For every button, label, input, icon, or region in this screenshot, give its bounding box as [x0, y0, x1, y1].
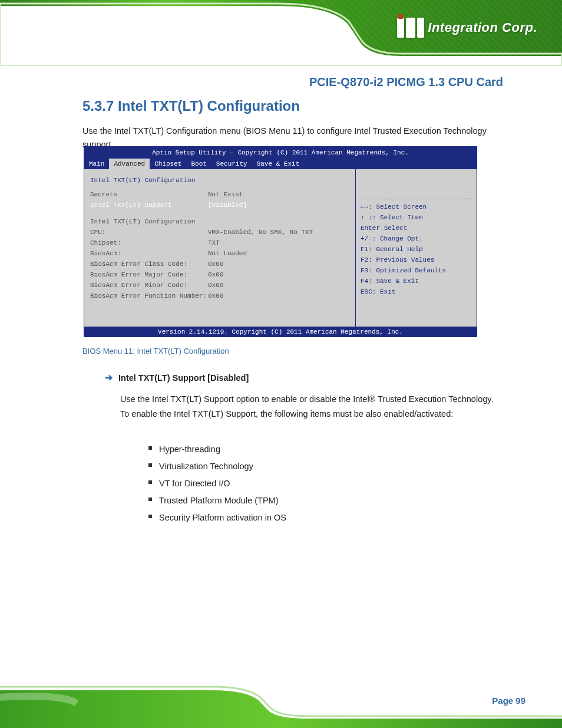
bios-row: BiosAcm:Not Loaded [90, 248, 349, 259]
key-hint: F1: General Help [361, 244, 472, 255]
list-item: VT for Directed I/O [159, 475, 286, 492]
bottom-banner [0, 667, 562, 728]
bios-row: BiosAcm Error Minor Code:0x00 [90, 280, 349, 291]
bios-footer: Version 2.14.1219. Copyright (C) 2011 Am… [84, 327, 477, 337]
list-item: Security Platform activation in OS [159, 509, 286, 526]
bullet-icon [148, 515, 152, 518]
requirements-list: Hyper-threading Virtualization Technolog… [159, 441, 286, 526]
list-item: Hyper-threading [159, 441, 286, 458]
tab-chipset[interactable]: Chipset [150, 159, 186, 169]
bullet-icon [148, 498, 152, 501]
doc-title: PCIE-Q870-i2 PICMG 1.3 CPU Card [309, 75, 503, 89]
bios-box: Aptio Setup Utility – Copyright (C) 2011… [84, 146, 477, 337]
logo-text: Integration Corp. [428, 20, 537, 35]
bios-left-panel: Intel TXT(LT) Configuration SecretsNot E… [84, 169, 355, 327]
bios-caption: BIOS Menu 11: Intel TXT(LT) Configuratio… [82, 347, 229, 355]
bios-row: CPU:VMX-Enabled, No SMX, No TXT [90, 227, 349, 238]
bios-row-selected: Intel TXT(LT) Support[Disabled] [90, 200, 349, 210]
key-hint: F3: Optimized Defaults [361, 265, 472, 276]
section-number: 5.3.7 [82, 98, 114, 114]
bullet-icon [148, 480, 152, 484]
bios-row: BiosAcm Error Function Number:0x00 [90, 291, 349, 301]
bios-row: SecretsNot Exist [90, 189, 349, 200]
key-hint: +/-: Change Opt. [361, 233, 472, 244]
bios-row: Chipset:TXT [90, 238, 349, 248]
arrow-right-icon: ➔ [105, 372, 113, 383]
bios-row: BiosAcm Error Major Code:0x00 [90, 269, 349, 280]
key-up-down-icon: ↑ ↓ [361, 214, 372, 221]
key-hint: F4: Save & Exit [361, 276, 472, 286]
key-hint: ↑ ↓: Select Item [361, 212, 472, 223]
key-hint: ESC: Exit [361, 286, 472, 297]
logo-block: Integration Corp. [397, 18, 537, 38]
option-description: Use the Intel TXT(LT) Support option to … [120, 392, 495, 421]
tab-save-exit[interactable]: Save & Exit [252, 159, 305, 169]
list-item: Trusted Platform Module (TPM) [159, 492, 286, 509]
key-left-right-icon: ←→ [361, 203, 368, 210]
key-hint: ←→: Select Screen [361, 202, 472, 212]
bios-left-header: Intel TXT(LT) Configuration [90, 175, 349, 186]
bios-right-panel: ←→: Select Screen ↑ ↓: Select Item Enter… [355, 169, 477, 327]
tab-main[interactable]: Main [84, 159, 109, 169]
bullet-icon [148, 463, 152, 467]
bios-row: BiosAcm Error Class Code:0x00 [90, 259, 349, 269]
tab-boot[interactable]: Boot [186, 159, 211, 169]
bios-tabs: Main Advanced Chipset Boot Security Save… [84, 159, 477, 169]
section-title: 5.3.7 Intel TXT(LT) Configuration [82, 98, 300, 114]
list-item: Virtualization Technology [159, 458, 286, 475]
bios-setup-title: Aptio Setup Utility – Copyright (C) 2011… [84, 147, 477, 159]
key-hint: F2: Previous Values [361, 255, 472, 265]
page-number: Page 99 [492, 696, 525, 706]
key-hint: Enter Select [361, 223, 472, 233]
bios-row: Intel TXT(LT) Configuration [90, 216, 349, 227]
section-name: Intel TXT(LT) Configuration [118, 98, 300, 114]
tab-security[interactable]: Security [211, 159, 252, 169]
tab-advanced[interactable]: Advanced [109, 159, 150, 169]
option-heading-text: Intel TXT(LT) Support [Disabled] [118, 373, 249, 383]
option-heading: ➔ Intel TXT(LT) Support [Disabled] [105, 372, 249, 383]
iei-icon [397, 18, 424, 38]
bullet-icon [148, 446, 152, 450]
